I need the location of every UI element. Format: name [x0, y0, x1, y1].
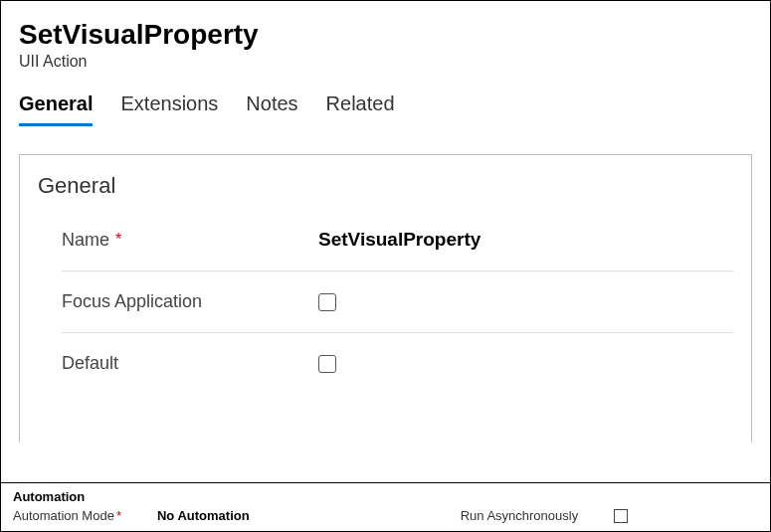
name-required-indicator: * — [115, 231, 121, 249]
general-section: General Name * SetVisualProperty Focus A… — [19, 154, 752, 443]
section-title-general: General — [38, 173, 733, 199]
automation-panel: Automation Automation Mode * No Automati… — [1, 482, 770, 531]
automation-mode-value[interactable]: No Automation — [157, 508, 250, 523]
focus-application-label: Focus Application — [62, 291, 202, 312]
field-row-focus-application: Focus Application — [62, 271, 733, 333]
field-row-name: Name * SetVisualProperty — [62, 209, 733, 271]
field-row-default: Default — [62, 333, 733, 394]
name-label: Name — [62, 230, 109, 251]
tab-related[interactable]: Related — [326, 92, 395, 126]
default-label: Default — [62, 353, 118, 374]
tab-bar: General Extensions Notes Related — [1, 79, 770, 126]
page-title: SetVisualProperty — [19, 19, 752, 51]
name-input[interactable]: SetVisualProperty — [318, 229, 481, 251]
automation-mode-required-indicator: * — [116, 508, 121, 523]
tab-extensions[interactable]: Extensions — [120, 92, 218, 126]
entity-type-label: UII Action — [19, 53, 752, 71]
tab-notes[interactable]: Notes — [246, 92, 297, 126]
run-async-checkbox[interactable] — [614, 509, 628, 523]
default-checkbox[interactable] — [318, 355, 336, 373]
focus-application-checkbox[interactable] — [318, 293, 336, 311]
run-async-label: Run Asynchronously — [461, 508, 579, 523]
tab-general[interactable]: General — [19, 92, 93, 126]
automation-mode-label: Automation Mode — [13, 508, 114, 523]
automation-section-title: Automation — [13, 489, 758, 504]
